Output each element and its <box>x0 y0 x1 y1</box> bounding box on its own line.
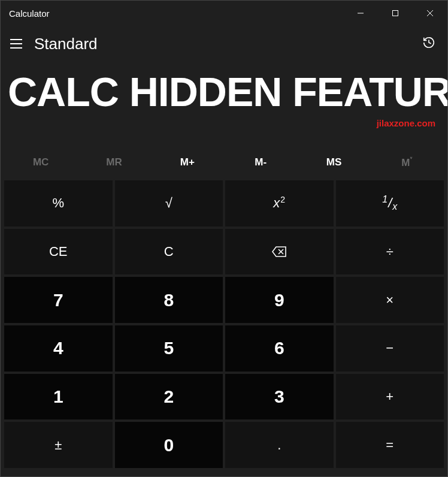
percent-button[interactable]: % <box>4 180 113 227</box>
clear-button[interactable]: C <box>115 229 223 275</box>
backspace-icon <box>271 246 287 258</box>
minimize-icon <box>357 10 364 17</box>
history-button[interactable] <box>419 32 439 55</box>
history-icon <box>422 36 435 49</box>
reciprocal-button[interactable]: 1 / x <box>336 180 444 227</box>
memory-row: MC MR M+ M- MS M˅ <box>1 147 447 178</box>
mode-label: Standard <box>34 35 98 53</box>
window-controls <box>343 1 447 26</box>
display-text: CALC HIDDEN FEATURES <box>8 58 440 112</box>
equals-button[interactable]: = <box>336 422 444 468</box>
digit-3-button[interactable]: 3 <box>225 374 334 420</box>
memory-subtract-button[interactable]: M- <box>224 150 297 174</box>
watermark: jilaxzone.com <box>377 118 435 128</box>
digit-2-button[interactable]: 2 <box>115 374 223 420</box>
divide-button[interactable]: ÷ <box>336 229 444 275</box>
hamburger-icon <box>10 39 22 40</box>
titlebar: Calculator <box>1 1 447 26</box>
square-button[interactable]: x2 <box>225 180 334 227</box>
digit-5-button[interactable]: 5 <box>115 325 223 372</box>
digit-4-button[interactable]: 4 <box>4 325 113 372</box>
minus-button[interactable]: − <box>336 325 444 372</box>
clear-entry-button[interactable]: CE <box>4 229 113 275</box>
minimize-button[interactable] <box>343 1 378 26</box>
memory-store-button[interactable]: MS <box>297 150 370 174</box>
plus-button[interactable]: + <box>336 374 444 420</box>
digit-9-button[interactable]: 9 <box>225 277 334 323</box>
memory-recall-button: MR <box>77 150 150 174</box>
keypad: % √ x2 1 / x CE C ÷ 7 8 9 × 4 5 6 − 1 2 … <box>1 178 447 472</box>
negate-button[interactable]: ± <box>4 422 113 468</box>
digit-0-button[interactable]: 0 <box>115 422 223 468</box>
memory-add-button[interactable]: M+ <box>151 150 224 174</box>
sqrt-button[interactable]: √ <box>115 180 223 227</box>
digit-8-button[interactable]: 8 <box>115 277 223 323</box>
header-left: Standard <box>9 35 98 53</box>
maximize-icon <box>392 10 399 17</box>
memory-clear-button: MC <box>4 150 77 174</box>
window-title: Calculator <box>9 8 50 19</box>
display: CALC HIDDEN FEATURES jilaxzone.com <box>1 58 447 147</box>
close-icon <box>426 10 434 17</box>
svg-rect-1 <box>393 11 398 16</box>
multiply-button[interactable]: × <box>336 277 444 323</box>
close-button[interactable] <box>413 1 447 26</box>
digit-6-button[interactable]: 6 <box>225 325 334 372</box>
maximize-button[interactable] <box>378 1 413 26</box>
header: Standard <box>1 29 447 58</box>
digit-7-button[interactable]: 7 <box>4 277 113 323</box>
decimal-button[interactable]: . <box>225 422 334 468</box>
menu-button[interactable] <box>9 37 23 51</box>
backspace-button[interactable] <box>225 229 334 275</box>
memory-list-button: M˅ <box>371 150 444 175</box>
digit-1-button[interactable]: 1 <box>4 374 113 420</box>
